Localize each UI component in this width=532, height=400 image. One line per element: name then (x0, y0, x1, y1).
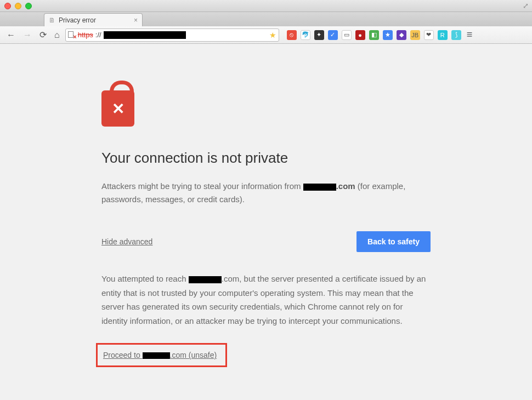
proceed-suffix: .com (unsafe) (170, 351, 217, 359)
minimize-window-button[interactable] (15, 3, 21, 9)
proceed-highlight-box: Proceed to .com (unsafe) (96, 343, 227, 367)
hide-advanced-link[interactable]: Hide advanced (101, 237, 152, 246)
action-row: Hide advanced Back to safety (101, 231, 431, 252)
proceed-domain-redacted (143, 352, 170, 359)
close-tab-icon[interactable]: × (134, 16, 138, 24)
ext-2-icon[interactable]: 🐬 (301, 30, 310, 40)
ext-10-icon[interactable]: JB (410, 30, 420, 40)
tab-strip: 🗎 Privacy error × (0, 12, 532, 26)
ext-5-icon[interactable]: ▭ (342, 30, 352, 40)
ext-6-icon[interactable]: ● (355, 30, 365, 40)
close-window-button[interactable] (4, 3, 11, 9)
ext-1-icon[interactable]: ⦸ (287, 30, 297, 40)
ext-8-icon[interactable]: ★ (383, 30, 393, 40)
url-host-redacted (104, 31, 186, 39)
detail-prefix: You attempted to reach (101, 274, 189, 283)
ssl-interstitial: ✕ Your connection is not private Attacke… (101, 90, 431, 367)
detail-domain-redacted (189, 276, 222, 283)
bookmark-star-icon[interactable]: ★ (269, 31, 276, 39)
insecure-cert-icon: × (68, 31, 76, 39)
url-sep: :// (95, 31, 101, 39)
ext-7-icon[interactable]: ◧ (369, 30, 379, 40)
lock-error-icon: ✕ (101, 90, 134, 127)
ext-9-icon[interactable]: ◆ (397, 30, 406, 40)
ext-4-icon[interactable]: ✓ (328, 30, 338, 40)
menu-button[interactable]: ≡ (467, 29, 473, 41)
back-to-safety-button[interactable]: Back to safety (356, 231, 431, 252)
zoom-window-button[interactable] (25, 3, 32, 9)
forward-button[interactable]: → (21, 29, 34, 41)
proceed-unsafe-link[interactable]: Proceed to .com (unsafe) (103, 351, 217, 359)
traffic-lights (4, 3, 32, 9)
window-titlebar: ⤢ (0, 0, 532, 12)
back-button[interactable]: ← (4, 29, 18, 41)
warning-prefix: Attackers might be trying to steal your … (101, 181, 303, 191)
home-button[interactable]: ⌂ (52, 29, 62, 41)
detail-paragraph: You attempted to reach .com, but the ser… (101, 272, 431, 328)
fullscreen-icon[interactable]: ⤢ (523, 2, 529, 10)
ext-13-icon[interactable]: ⟆ (451, 30, 461, 40)
ext-11-icon[interactable]: ❤ (424, 30, 434, 40)
reload-button[interactable]: ⟳ (37, 28, 49, 41)
browser-toolbar: ← → ⟳ ⌂ × https:// ★ ⦸🐬✦✓▭●◧★◆JB❤R⟆ ≡ (0, 26, 532, 44)
url-scheme: https (78, 31, 93, 39)
extensions-row: ⦸🐬✦✓▭●◧★◆JB❤R⟆ (287, 30, 461, 40)
browser-tab[interactable]: 🗎 Privacy error × (44, 13, 143, 26)
page-title: Your connection is not private (101, 150, 431, 167)
page-content: ✕ Your connection is not private Attacke… (0, 44, 532, 400)
address-bar[interactable]: × https:// ★ (65, 28, 279, 42)
ext-12-icon[interactable]: R (438, 30, 448, 40)
detail-domain-suffix: .com (222, 274, 240, 283)
warning-paragraph: Attackers might be trying to steal your … (101, 180, 431, 206)
page-icon: 🗎 (49, 16, 55, 24)
tab-title: Privacy error (59, 16, 96, 24)
warning-domain-suffix: .com (336, 181, 355, 191)
proceed-prefix: Proceed to (103, 351, 143, 359)
warning-domain-redacted (303, 184, 336, 191)
ext-3-icon[interactable]: ✦ (314, 30, 324, 40)
